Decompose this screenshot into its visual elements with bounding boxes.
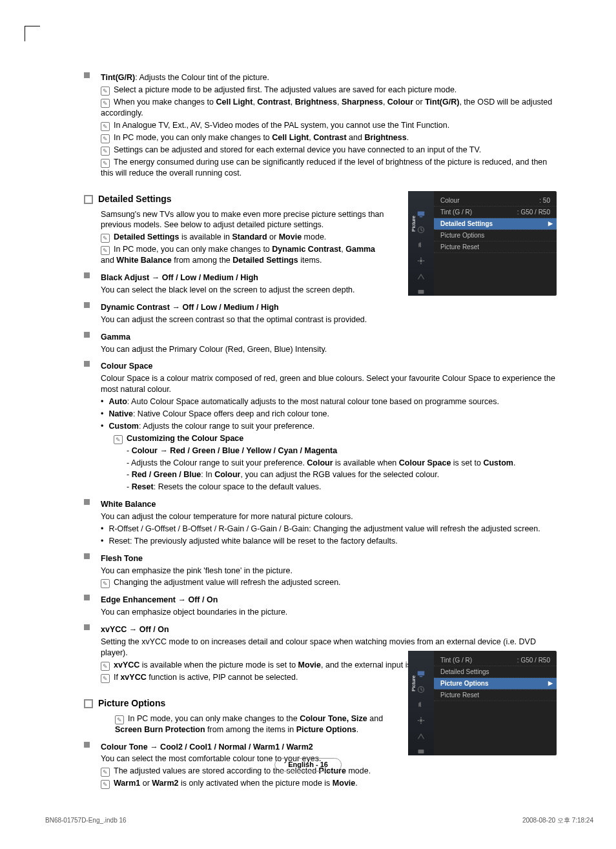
- svg-rect-1: [420, 216, 423, 218]
- section-bullet-icon: [84, 195, 93, 204]
- osd-item-picture-reset: Picture Reset: [434, 241, 557, 253]
- xvycc-title: xvYCC → Off / On: [101, 624, 558, 635]
- note: ✎In Analogue TV, Ext., AV, S-Video modes…: [101, 120, 558, 131]
- section-dynamic-contrast: Dynamic Contrast → Off / Low / Medium / …: [84, 301, 558, 327]
- section-tint: Tint(G/R): Adjusts the Colour tint of th…: [84, 71, 558, 180]
- colour-space-desc: Colour Space is a colour matrix composed…: [101, 373, 558, 395]
- note-icon: ✎: [101, 134, 110, 143]
- note-icon: ✎: [101, 674, 110, 683]
- monitor-icon: [416, 670, 426, 678]
- svg-point-4: [420, 260, 423, 263]
- note-icon: ✎: [101, 87, 110, 96]
- note-icon: ✎: [101, 246, 110, 255]
- note: ✎The energy consumed during use can be s…: [101, 157, 558, 179]
- svg-rect-13: [420, 702, 422, 708]
- note-icon: ✎: [115, 715, 124, 724]
- svg-rect-0: [418, 212, 425, 216]
- osd-sidebar: Picture: [408, 651, 434, 755]
- dynamic-contrast-title: Dynamic Contrast → Off / Low / Medium / …: [101, 302, 558, 313]
- note-icon: ✎: [101, 147, 110, 156]
- detailed-intro: Samsung's new TVs allow you to make even…: [101, 209, 385, 231]
- osd-item-picture-options[interactable]: Picture Options: [434, 678, 557, 690]
- antenna-icon: [416, 272, 426, 280]
- page: Tint(G/R): Adjusts the Colour tint of th…: [0, 0, 616, 849]
- osd-menu-detailed-settings: Picture Colour: 50 Tint (G / R): G50 / R…: [408, 191, 557, 296]
- note: ✎Warm1 or Warm2 is only activated when t…: [101, 778, 558, 789]
- square-bullet-icon: [84, 361, 90, 367]
- square-bullet-icon: [84, 742, 90, 748]
- osd-item-colour: Colour: 50: [434, 195, 557, 207]
- section-edge-enhancement: Edge Enhancement → Off / On You can emph…: [84, 593, 558, 619]
- square-bullet-icon: [84, 302, 90, 308]
- note: ✎Customizing the Colour Space: [114, 433, 558, 444]
- osd-item-picture-options: Picture Options: [434, 230, 557, 241]
- note-icon: ✎: [114, 435, 123, 444]
- tint-title: Tint(G/R): Adjusts the Colour tint of th…: [101, 72, 558, 83]
- section-gamma: Gamma You can adjust the Primary Colour …: [84, 331, 558, 356]
- square-bullet-icon: [84, 553, 90, 559]
- card-icon: [416, 288, 426, 296]
- note: ✎When you make changes to Cell Light, Co…: [101, 97, 558, 119]
- detailed-settings-heading: Detailed Settings: [98, 194, 172, 204]
- gear-icon: [416, 257, 426, 265]
- flesh-tone-desc: You can emphasize the pink 'flesh tone' …: [101, 566, 558, 577]
- wb-b1: R-Offset / G-Offset / B-Offset / R-Gain …: [101, 524, 558, 535]
- osd-item-tint: Tint (G / R): G50 / R50: [434, 655, 557, 666]
- note: ✎In PC mode, you can only make changes t…: [101, 132, 558, 143]
- gamma-desc: You can adjust the Primary Colour (Red, …: [101, 344, 558, 355]
- osd-item-picture-reset: Picture Reset: [434, 690, 557, 701]
- square-bullet-icon: [84, 272, 90, 278]
- cs-d3: Red / Green / Blue: In Colour, you can a…: [127, 469, 558, 480]
- footer-timestamp: 2008-08-20 오후 7:18:24: [522, 816, 593, 825]
- colour-space-title: Colour Space: [101, 361, 558, 372]
- note-icon: ✎: [101, 768, 110, 777]
- section-white-balance: White Balance You can adjust the colour …: [84, 498, 558, 548]
- flesh-tone-title: Flesh Tone: [101, 553, 558, 564]
- edge-desc: You can emphasize object boundaries in t…: [101, 607, 558, 618]
- svg-rect-19: [418, 750, 424, 753]
- svg-point-14: [420, 719, 423, 722]
- page-number: English - 16: [274, 758, 342, 772]
- note-icon: [416, 241, 426, 249]
- antenna-icon: [416, 732, 426, 740]
- crop-mark-icon: [25, 26, 40, 41]
- picture-options-heading: Picture Options: [98, 698, 165, 708]
- clock-icon: [416, 226, 426, 234]
- osd-item-detailed-settings: Detailed Settings: [434, 666, 557, 678]
- footer-file: BN68-01757D-Eng_.indb 16: [45, 816, 127, 825]
- note: ✎In PC mode, you can only make changes t…: [101, 244, 385, 266]
- square-bullet-icon: [84, 332, 90, 338]
- note-icon: ✎: [101, 579, 110, 588]
- osd-sidebar: Picture: [408, 191, 434, 296]
- section-colour-space: Colour Space Colour Space is a colour ma…: [84, 360, 558, 494]
- cs-d2: Adjusts the Colour range to suit your pr…: [127, 458, 558, 469]
- note-icon: [416, 701, 426, 709]
- clock-icon: [416, 686, 426, 693]
- cs-custom: Custom: Adjusts the colour range to suit…: [101, 421, 558, 432]
- square-bullet-icon: [84, 72, 90, 78]
- cs-auto: Auto: Auto Colour Space automatically ad…: [101, 396, 558, 407]
- white-balance-desc: You can adjust the colour temperature fo…: [101, 511, 558, 522]
- monitor-icon: [416, 210, 426, 218]
- square-bullet-icon: [84, 595, 90, 600]
- dynamic-contrast-desc: You can adjust the screen contrast so th…: [101, 314, 558, 325]
- edge-title: Edge Enhancement → Off / On: [101, 595, 558, 606]
- note: ✎Select a picture mode to be adjusted fi…: [101, 85, 558, 96]
- section-bullet-icon: [84, 699, 93, 708]
- cs-native: Native: Native Colour Space offers deep …: [101, 409, 558, 420]
- gamma-title: Gamma: [101, 332, 558, 343]
- svg-rect-9: [418, 290, 424, 294]
- svg-rect-11: [420, 676, 423, 677]
- gear-icon: [416, 717, 426, 724]
- note: ✎Settings can be adjusted and stored for…: [101, 145, 558, 156]
- osd-item-detailed-settings[interactable]: Detailed Settings: [434, 218, 557, 230]
- svg-rect-10: [418, 671, 425, 676]
- note-icon: ✎: [101, 99, 110, 108]
- note: ✎Changing the adjustment value will refr…: [101, 577, 558, 588]
- note-icon: ✎: [101, 662, 110, 671]
- svg-rect-3: [420, 243, 422, 248]
- square-bullet-icon: [84, 499, 90, 505]
- osd-menu-picture-options: Picture Tint (G / R): G50 / R50 Detailed…: [408, 651, 557, 755]
- note: ✎In PC mode, you can only make changes t…: [115, 713, 399, 735]
- cs-d1: Colour → Red / Green / Blue / Yellow / C…: [127, 445, 558, 456]
